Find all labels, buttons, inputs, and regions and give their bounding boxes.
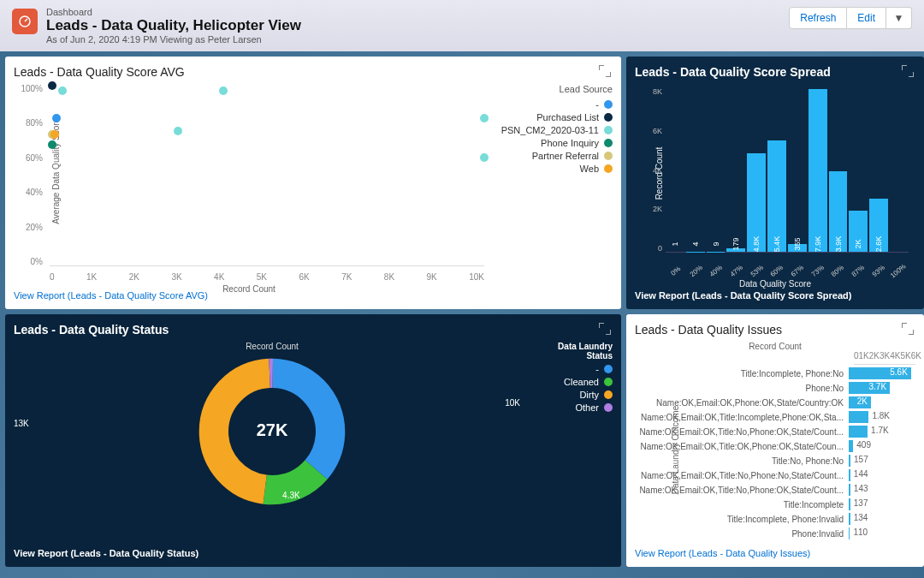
legend-item[interactable]: - <box>493 99 613 110</box>
expand-icon[interactable] <box>902 323 914 335</box>
bar-label: 5.6K <box>890 367 911 377</box>
bar[interactable] <box>849 411 868 423</box>
legend-swatch <box>604 113 613 122</box>
scatter-point[interactable] <box>50 130 59 139</box>
bar-label: 134 <box>850 513 868 522</box>
scatter-point[interactable] <box>480 114 489 122</box>
legend-swatch <box>604 126 613 134</box>
table-row: Title:Incomplete137 <box>635 498 915 511</box>
row-label: Phone:Invalid <box>635 529 849 539</box>
legend-item[interactable]: - <box>536 364 613 374</box>
view-report-link[interactable]: View Report (Leads - Data Quality Score … <box>635 290 915 301</box>
slice-label: 4.3K <box>282 491 300 500</box>
legend-label: Partner Referral <box>532 151 599 161</box>
x-tick: 5K <box>901 351 911 361</box>
y-tick: 100% <box>21 84 46 93</box>
bar[interactable]: 2.6K <box>869 199 888 252</box>
row-label: Title:Incomplete <box>635 500 849 509</box>
y-tick: 6K <box>653 127 662 135</box>
scatter-point[interactable] <box>58 86 67 95</box>
x-axis-label: Data Quality Score <box>739 279 811 289</box>
expand-icon[interactable] <box>902 65 914 77</box>
view-report-link[interactable]: View Report (Leads - Data Quality Issues… <box>635 548 915 558</box>
legend-swatch <box>604 378 613 386</box>
expand-icon[interactable] <box>599 323 611 335</box>
legend-swatch <box>604 403 613 412</box>
bar[interactable]: 5.4K <box>767 140 786 252</box>
x-tick: 10K <box>469 272 484 282</box>
y-tick: 80% <box>26 118 46 128</box>
dashboard-icon <box>12 9 38 34</box>
legend-item[interactable]: Partner Referral <box>493 151 613 161</box>
legend-label: Purchased List <box>536 112 599 122</box>
y-tick: 0 <box>658 244 662 253</box>
slice-label: 13K <box>14 419 29 428</box>
slice-label: 10K <box>505 398 520 408</box>
refresh-button[interactable]: Refresh <box>789 7 847 29</box>
edit-button[interactable]: Edit <box>847 7 886 29</box>
expand-icon[interactable] <box>599 65 611 77</box>
legend-item[interactable]: PSN_CM2_2020-03-11 <box>493 125 613 135</box>
y-tick: 2K <box>653 205 662 213</box>
bar[interactable]: 355 <box>788 244 807 252</box>
scatter-point[interactable] <box>48 140 56 149</box>
legend-item[interactable]: Dirty <box>536 390 613 400</box>
scatter-point[interactable] <box>219 86 228 95</box>
x-tick: 5K <box>257 272 267 282</box>
bar-label: 2K <box>854 239 862 248</box>
bar-chart: Record Count 8K6K4K2K0 1491794.8K5.4K355… <box>642 87 909 290</box>
legend: Lead Source -Purchased ListPSN_CM2_2020-… <box>493 84 613 290</box>
y-tick: 40% <box>26 188 46 197</box>
x-tick: 1K <box>859 351 869 361</box>
x-tick: 2K <box>869 351 880 361</box>
legend-label: Web <box>580 164 599 174</box>
bar-label: 1.7K <box>868 426 889 435</box>
legend-swatch <box>604 164 613 173</box>
x-tick: 8K <box>384 272 394 282</box>
bar[interactable]: 3.9K <box>829 171 848 252</box>
card-donut: Leads - Data Quality Status Record Count… <box>5 314 621 567</box>
y-tick: 8K <box>653 87 662 96</box>
legend-label: - <box>595 99 599 110</box>
bar-label: 5.4K <box>773 236 781 253</box>
bar-label: 157 <box>850 455 868 464</box>
scatter-point[interactable] <box>48 81 56 90</box>
x-tick: 6K <box>299 272 309 282</box>
view-report-link[interactable]: View Report (Leads - Data Quality Score … <box>14 290 613 301</box>
legend-item[interactable]: Purchased List <box>493 112 613 122</box>
legend-item[interactable]: Cleaned <box>536 377 613 387</box>
hbar-chart: Data Laundry Outcome Record Count 01K2K3… <box>635 342 915 548</box>
x-tick: 60% <box>767 261 787 280</box>
card-spread: Leads - Data Quality Score Spread Record… <box>626 57 924 309</box>
more-actions-button[interactable]: ▼ <box>886 7 912 29</box>
bar-label: 7.9K <box>814 236 822 253</box>
donut-subtitle: Record Count <box>246 342 299 351</box>
legend-item[interactable]: Phone Inquiry <box>493 138 613 148</box>
x-tick: 87% <box>848 261 868 280</box>
bar[interactable] <box>849 426 868 438</box>
bar[interactable]: 2K <box>849 211 868 252</box>
card-issues: Leads - Data Quality Issues Data Laundry… <box>626 314 924 567</box>
bar[interactable]: 4.8K <box>747 153 766 252</box>
bar[interactable]: 179 <box>726 248 745 252</box>
bar-label: 179 <box>732 237 740 250</box>
legend-title: Lead Source <box>493 84 613 94</box>
scatter-point[interactable] <box>174 127 182 135</box>
x-tick: 100% <box>888 261 909 280</box>
bar[interactable]: 7.9K <box>808 89 827 252</box>
bar-label: 110 <box>850 527 868 537</box>
y-tick: 0% <box>31 257 46 266</box>
header-subtitle: As of Jun 2, 2020 4:19 PM Viewing as Pet… <box>46 34 301 45</box>
scatter-point[interactable] <box>480 153 489 162</box>
scatter-point[interactable] <box>52 114 61 122</box>
legend-swatch <box>604 152 613 160</box>
bar-label: 3.9K <box>834 236 843 253</box>
view-report-link[interactable]: View Report (Leads - Data Quality Status… <box>14 548 613 558</box>
bar-label: 4 <box>691 241 700 246</box>
dashboard-header: Dashboard Leads - Data Quality, Helicopt… <box>0 0 924 51</box>
legend-item[interactable]: Web <box>493 164 613 174</box>
table-row: Title:Incomplete, Phone:No5.6K <box>635 366 915 380</box>
legend-item[interactable]: Other <box>536 402 613 413</box>
bar-label: 1.8K <box>868 411 890 420</box>
bar-label: 2K <box>857 396 871 406</box>
